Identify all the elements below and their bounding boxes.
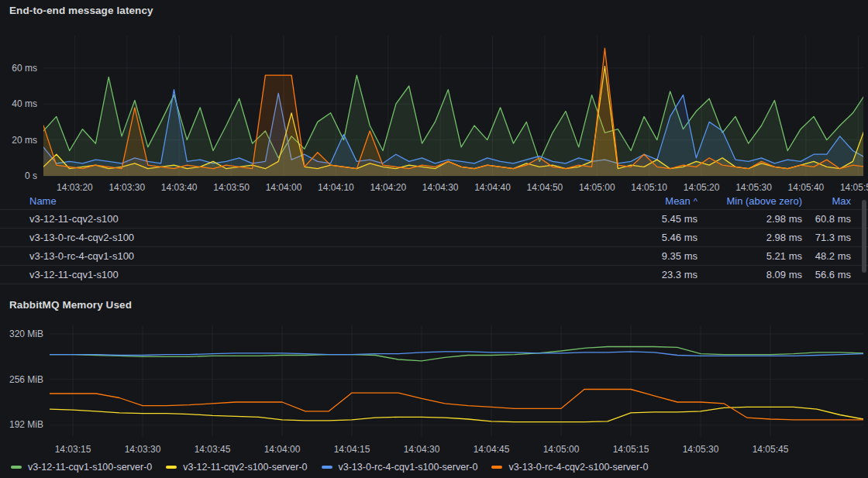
svg-text:14:04:50: 14:04:50 — [527, 182, 563, 193]
svg-text:14:05:45: 14:05:45 — [753, 444, 789, 455]
svg-text:14:05:10: 14:05:10 — [631, 182, 667, 193]
max-value: 71.3 ms — [802, 232, 851, 243]
mean-value: 5.45 ms — [581, 213, 698, 225]
legend-item[interactable]: v3-13-0-rc-4-cqv1-s100-server-0 — [322, 462, 478, 473]
series-name[interactable]: v3-12-11-cqv1-s100 — [26, 269, 581, 280]
svg-text:14:05:30: 14:05:30 — [735, 182, 772, 193]
svg-text:14:03:30: 14:03:30 — [125, 444, 161, 455]
table-row: v3-12-11-cqv1-s100 23.3 ms 8.09 ms 56.6 … — [0, 265, 868, 284]
svg-text:14:05:20: 14:05:20 — [684, 182, 720, 193]
table-row: v3-13-0-rc-4-cqv1-s100 9.35 ms 5.21 ms 4… — [0, 246, 868, 265]
memory-chart[interactable]: 14:03:1514:03:3014:03:4514:04:0014:04:15… — [0, 316, 868, 459]
series-color-swatch — [11, 466, 22, 469]
svg-text:14:04:00: 14:04:00 — [264, 444, 301, 455]
memory-panel-title[interactable]: RabbitMQ Memory Used — [9, 299, 132, 311]
legend-item[interactable]: v3-12-11-cqv1-s100-server-0 — [11, 462, 152, 473]
table-row: v3-12-11-cqv2-s100 5.45 ms 2.98 ms 60.8 … — [0, 209, 868, 228]
svg-text:14:04:00: 14:04:00 — [266, 182, 302, 193]
svg-text:14:03:45: 14:03:45 — [195, 444, 231, 455]
svg-text:60 ms: 60 ms — [12, 63, 37, 74]
svg-text:14:03:40: 14:03:40 — [161, 182, 198, 193]
table-row: v3-13-0-rc-4-cqv2-s100 5.46 ms 2.98 ms 7… — [0, 228, 868, 246]
min-value: 8.09 ms — [698, 269, 802, 280]
grafana-dashboard: { "panels": { "latency": { "title": "End… — [0, 0, 868, 478]
legend-label: v3-12-11-cqv2-s100-server-0 — [183, 462, 307, 473]
series-name[interactable]: v3-13-0-rc-4-cqv1-s100 — [26, 250, 581, 262]
series-name[interactable]: v3-12-11-cqv2-s100 — [26, 213, 581, 225]
min-value: 2.98 ms — [698, 232, 802, 243]
series-color-swatch — [322, 466, 332, 469]
svg-text:192 MiB: 192 MiB — [9, 419, 43, 430]
legend-label: v3-12-11-cqv1-s100-server-0 — [28, 462, 152, 473]
svg-text:14:03:30: 14:03:30 — [108, 182, 145, 193]
legend-item[interactable]: v3-12-11-cqv2-s100-server-0 — [166, 462, 307, 473]
svg-text:14:03:50: 14:03:50 — [213, 182, 250, 193]
legend-label: v3-13-0-rc-4-cqv1-s100-server-0 — [339, 462, 478, 473]
mean-value: 23.3 ms — [581, 269, 698, 280]
memory-legend: v3-12-11-cqv1-s100-server-0 v3-12-11-cqv… — [11, 462, 648, 473]
svg-text:14:05:50: 14:05:50 — [840, 182, 868, 193]
column-header-min[interactable]: Min (above zero) — [698, 195, 802, 207]
svg-text:14:05:00: 14:05:00 — [579, 182, 615, 193]
svg-text:14:03:20: 14:03:20 — [57, 182, 93, 193]
svg-text:14:05:40: 14:05:40 — [788, 182, 825, 193]
max-value: 60.8 ms — [802, 213, 851, 225]
svg-text:14:03:15: 14:03:15 — [55, 444, 91, 455]
svg-text:14:05:15: 14:05:15 — [613, 444, 649, 455]
svg-text:14:04:10: 14:04:10 — [318, 182, 354, 193]
svg-text:0 s: 0 s — [25, 170, 37, 181]
series-color-swatch — [491, 466, 502, 469]
legend-label: v3-13-0-rc-4-cqv2-s100-server-0 — [508, 462, 648, 473]
latency-legend-table: Name Mean^ Min (above zero) Max v3-12-11… — [0, 192, 868, 284]
svg-text:14:04:40: 14:04:40 — [474, 182, 511, 193]
max-value: 56.6 ms — [802, 269, 851, 280]
svg-text:14:04:45: 14:04:45 — [474, 444, 510, 455]
mean-value: 9.35 ms — [581, 250, 698, 262]
latency-chart[interactable]: 14:03:2014:03:3014:03:4014:03:5014:04:00… — [0, 22, 868, 194]
table-scrollbar[interactable] — [862, 200, 866, 273]
svg-text:14:05:00: 14:05:00 — [543, 444, 580, 455]
column-header-mean[interactable]: Mean^ — [581, 195, 698, 207]
svg-text:40 ms: 40 ms — [12, 98, 37, 109]
column-header-name[interactable]: Name — [26, 195, 581, 207]
min-value: 5.21 ms — [698, 250, 802, 262]
svg-text:14:04:30: 14:04:30 — [404, 444, 440, 455]
latency-table-header: Name Mean^ Min (above zero) Max — [0, 192, 868, 209]
latency-panel-title[interactable]: End-to-end message latency — [9, 5, 153, 16]
series-color-swatch — [166, 466, 177, 469]
min-value: 2.98 ms — [698, 213, 802, 225]
svg-text:14:05:30: 14:05:30 — [683, 444, 719, 455]
svg-text:14:04:20: 14:04:20 — [370, 182, 406, 193]
svg-text:20 ms: 20 ms — [12, 135, 37, 146]
svg-text:256 MiB: 256 MiB — [9, 374, 43, 385]
series-name[interactable]: v3-13-0-rc-4-cqv2-s100 — [26, 232, 581, 243]
svg-text:14:04:30: 14:04:30 — [422, 182, 459, 193]
svg-text:14:04:15: 14:04:15 — [334, 444, 370, 455]
max-value: 48.2 ms — [802, 250, 851, 262]
svg-text:320 MiB: 320 MiB — [9, 328, 43, 339]
mean-value: 5.46 ms — [581, 232, 698, 243]
column-header-max[interactable]: Max — [802, 195, 851, 207]
legend-item[interactable]: v3-13-0-rc-4-cqv2-s100-server-0 — [491, 462, 648, 473]
